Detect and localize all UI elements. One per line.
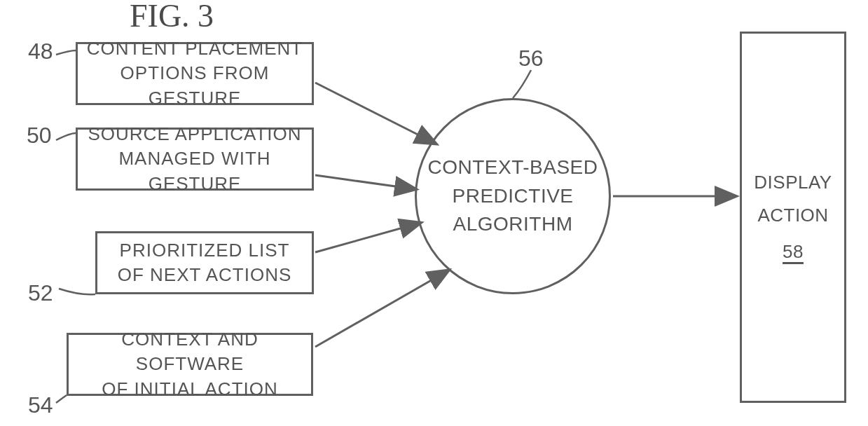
input-box-content-placement: CONTENT PLACEMENT OPTIONS FROM GESTURE (76, 42, 314, 105)
ref-number-48: 48 (28, 39, 53, 64)
algorithm-circle: CONTEXT-BASED PREDICTIVE ALGORITHM (415, 98, 611, 294)
ref-number-56: 56 (518, 46, 544, 71)
algorithm-line: CONTEXT-BASED (428, 153, 598, 182)
arrow-52-to-circle (315, 223, 420, 252)
arrow-50-to-circle (315, 175, 415, 189)
input-box-line: SOURCE APPLICATION (88, 122, 301, 146)
figure-title: FIG. 3 (130, 0, 214, 34)
arrow-54-to-circle (315, 270, 448, 347)
input-box-line: PRIORITIZED LIST (120, 238, 290, 263)
leader-curve-52 (59, 289, 95, 294)
output-line: DISPLAY (754, 166, 832, 199)
arrow-48-to-circle (315, 83, 436, 144)
algorithm-line: PREDICTIVE (452, 182, 573, 211)
input-box-line: OF INITIAL ACTION (102, 377, 278, 401)
input-box-line: CONTENT PLACEMENT (87, 36, 303, 61)
leader-curve-48 (56, 50, 76, 55)
input-box-prioritized-list: PRIORITIZED LIST OF NEXT ACTIONS (95, 231, 314, 294)
output-line: ACTION (757, 199, 828, 232)
ref-number-54: 54 (28, 392, 53, 418)
input-box-line: MANAGED WITH GESTURE (78, 146, 312, 195)
algorithm-line: ALGORITHM (453, 210, 573, 239)
input-box-line: OF NEXT ACTIONS (118, 263, 292, 287)
input-box-source-application: SOURCE APPLICATION MANAGED WITH GESTURE (76, 128, 314, 191)
leader-curve-54 (56, 395, 67, 403)
input-box-context-software: CONTEXT AND SOFTWARE OF INITIAL ACTION (67, 333, 313, 396)
ref-number-50: 50 (27, 123, 52, 149)
output-box-display-action: DISPLAY ACTION 58 (740, 32, 846, 403)
input-box-line: OPTIONS FROM GESTURE (78, 61, 312, 110)
input-box-line: CONTEXT AND SOFTWARE (69, 327, 311, 376)
ref-number-52: 52 (28, 280, 53, 306)
output-line: 58 (783, 235, 804, 268)
leader-curve-56 (513, 70, 531, 98)
leader-curve-50 (56, 133, 76, 140)
